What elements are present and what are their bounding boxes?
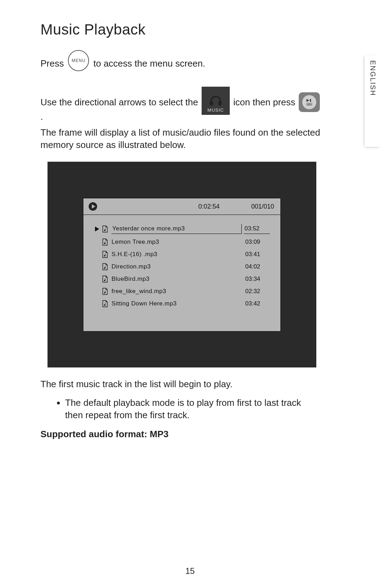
svg-rect-3 [310,99,311,102]
text-icon-then-press: icon then press [233,96,295,109]
svg-point-12 [104,243,106,244]
now-playing-indicator-icon [94,227,100,231]
music-app-icon: MUSIC [202,87,230,115]
side-language-tab: ENGLISH [365,55,380,147]
svg-point-0 [210,101,213,106]
music-file-icon [102,300,108,307]
track-duration: 03:34 [245,275,270,283]
svg-marker-10 [95,227,99,231]
svg-point-17 [104,304,106,306]
text-period: . [40,111,43,123]
page-title: Music Playback [40,21,322,38]
track-duration: 02:32 [245,287,270,296]
supported-format: Supported audio format: MP3 [40,428,322,440]
svg-point-14 [104,267,106,269]
instruction-line-2: Use the directional arrows to select the… [40,80,322,123]
svg-point-15 [104,280,106,281]
instruction-line-1: Press MENU to access the menu screen. [40,49,322,70]
track-name: S.H.E-(16) .mp3 [112,250,245,259]
page-content: Music Playback Press MENU to access the … [40,21,322,442]
bullet-list: The default playback mode is to play fro… [65,397,322,421]
play-pause-glyph-icon [306,99,313,102]
music-file-icon [102,251,108,258]
elapsed-time: 0:02:54 [198,202,220,211]
track-name: BlueBird.mp3 [112,275,245,283]
text-press: Press [40,57,64,70]
track-duration: 04:02 [245,263,270,271]
svg-point-16 [104,292,106,293]
player-panel: 0:02:54 001/010 Yesterdar once more.mp30… [83,198,281,332]
text-to-access: to access the menu screen. [93,57,205,70]
menu-button-label: MENU [72,58,86,63]
track-duration: 03:42 [245,300,270,308]
body-text: Press MENU to access the menu screen. Us… [40,49,322,440]
music-file-icon [102,288,108,295]
language-label: ENGLISH [369,60,377,96]
track-duration: 03:41 [245,250,270,259]
bullet-item: The default playback mode is to play fro… [65,397,322,421]
svg-point-1 [218,101,222,106]
music-file-icon [102,276,108,283]
track-name: Yesterdar once more.mp3 [112,224,242,234]
svg-marker-2 [306,99,309,102]
player-screenshot: 0:02:54 001/010 Yesterdar once more.mp30… [48,162,316,367]
play-status-icon [88,202,97,211]
text-use-arrows: Use the directional arrows to select the [40,96,198,109]
track-counter: 001/010 [251,202,274,211]
slideshow-glyph-icon [306,103,312,106]
track-name: Direction.mp3 [112,263,245,271]
music-file-icon [102,263,108,270]
track-row[interactable]: BlueBird.mp303:34 [94,273,270,285]
track-row[interactable]: Direction.mp304:02 [94,261,270,273]
music-file-icon [102,225,108,233]
track-duration: 03:09 [245,238,270,246]
track-row[interactable]: Yesterdar once more.mp303:52 [94,222,270,236]
track-row[interactable]: S.H.E-(16) .mp303:41 [94,248,270,261]
music-file-icon [102,239,108,246]
track-list: Yesterdar once more.mp303:52Lemon Tree.m… [83,215,280,331]
instruction-line-3: The frame will display a list of music/a… [40,126,322,151]
track-duration: 03:52 [244,224,270,234]
play-pause-button-icon [299,92,320,112]
post-text: The first music track in the list will b… [40,378,322,390]
track-name: free_like_wind.mp3 [112,287,245,296]
player-header: 0:02:54 001/010 [83,198,280,215]
headphones-icon [209,94,223,106]
svg-point-13 [104,255,106,256]
track-row[interactable]: Lemon Tree.mp303:09 [94,236,270,248]
track-row[interactable]: Sitting Down Here.mp303:42 [94,298,270,310]
track-name: Lemon Tree.mp3 [112,238,245,246]
page-number: 15 [0,566,380,576]
music-icon-label: MUSIC [208,107,224,113]
track-name: Sitting Down Here.mp3 [112,300,245,308]
track-row[interactable]: free_like_wind.mp302:32 [94,285,270,298]
menu-button-icon: MENU [68,50,89,71]
svg-point-11 [104,230,106,231]
